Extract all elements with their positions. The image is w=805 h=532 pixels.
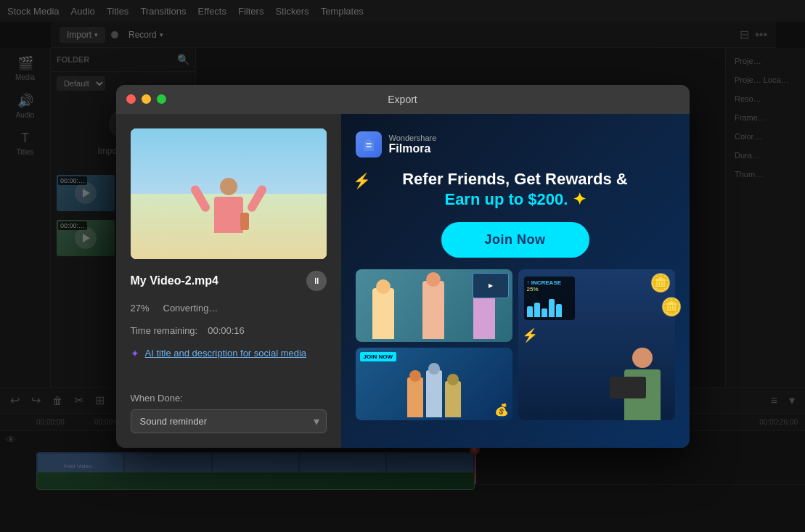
- export-modal: Export: [116, 85, 690, 448]
- export-right-panel: Wondershare Filmora Refer Friends, Get R…: [341, 114, 690, 448]
- ad-images-grid: ▶: [356, 269, 675, 420]
- time-remaining-label: Time remaining:: [131, 325, 198, 336]
- when-done-select[interactable]: Sound reminder Do nothing Shut down: [131, 409, 327, 433]
- ad-subheadline: Earn up to $200. ✦: [402, 189, 628, 210]
- filmora-logo: [356, 131, 382, 157]
- video-preview: [131, 128, 327, 259]
- maximize-button[interactable]: [157, 94, 166, 104]
- filmora-text: Wondershare Filmora: [389, 134, 437, 155]
- modal-overlay: Export: [0, 0, 805, 532]
- progress-row: 27% Converting…: [131, 303, 327, 314]
- brand-wondershare: Wondershare: [389, 134, 437, 142]
- time-remaining-row: Time remaining: 00:00:16: [131, 325, 327, 336]
- ai-icon: ✦: [131, 348, 139, 359]
- filename-row: My Video-2.mp4 ⏸: [131, 271, 327, 291]
- ad-image-man: ↑ INCREASE 25%: [518, 269, 675, 420]
- close-button[interactable]: [126, 94, 136, 104]
- ad-headline: Refer Friends, Get Rewards &: [402, 169, 628, 190]
- brand-filmora: Filmora: [389, 142, 437, 155]
- sparkle-bottom: 🪙: [661, 297, 682, 317]
- filmora-brand: Wondershare Filmora: [356, 131, 437, 157]
- sparkle-top: ⚡: [353, 172, 371, 189]
- minimize-button[interactable]: [142, 94, 151, 104]
- progress-status: Converting…: [163, 303, 218, 314]
- coin-decoration: 🪙: [650, 273, 671, 293]
- pause-button[interactable]: ⏸: [306, 271, 327, 291]
- ad-image-join: JOIN NOW: [356, 348, 512, 420]
- star-icon: ✦: [573, 190, 586, 208]
- ad-image-group: ▶: [356, 269, 512, 342]
- ai-label-row[interactable]: ✦ AI title and description for social me…: [131, 348, 327, 359]
- export-left-panel: My Video-2.mp4 ⏸ 27% Converting… Time re…: [116, 114, 341, 448]
- when-done-label: When Done:: [131, 393, 327, 404]
- video-filename: My Video-2.mp4: [131, 274, 219, 287]
- ai-label-text: AI title and description for social medi…: [145, 348, 307, 359]
- when-done-select-wrapper: Sound reminder Do nothing Shut down: [131, 409, 327, 433]
- progress-pct: 27%: [131, 303, 156, 314]
- modal-title: Export: [388, 94, 417, 105]
- ad-headline-container: Refer Friends, Get Rewards & Earn up to …: [402, 169, 628, 210]
- join-now-button[interactable]: Join Now: [441, 222, 589, 258]
- time-remaining-value: 00:00:16: [208, 325, 245, 336]
- arrow-decoration: ⚡: [522, 327, 538, 343]
- modal-titlebar: Export: [116, 85, 690, 114]
- modal-body: My Video-2.mp4 ⏸ 27% Converting… Time re…: [116, 114, 690, 448]
- when-done-section: When Done: Sound reminder Do nothing Shu…: [131, 393, 327, 433]
